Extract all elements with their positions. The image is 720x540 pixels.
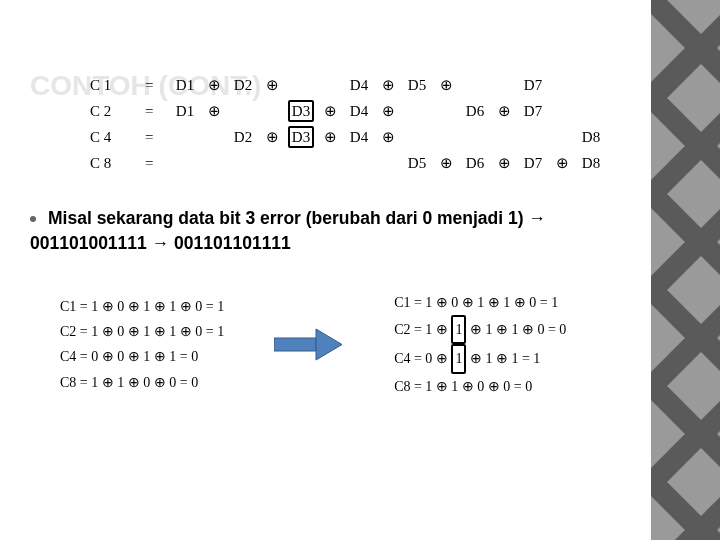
explanation-bullet: Misal sekarang data bit 3 error (berubah… xyxy=(30,206,611,255)
circled-bit: 1 xyxy=(451,344,466,373)
svg-marker-1 xyxy=(316,329,342,360)
svg-rect-0 xyxy=(274,338,316,351)
check-bit-spec: C 1 = D1 ⊕ D2 ⊕ D4 ⊕ D5 ⊕ D7 C 2 = D1 ⊕ … xyxy=(90,72,611,176)
arrow-icon xyxy=(274,327,344,362)
c4-label: C 4 xyxy=(90,129,145,146)
bullet-icon xyxy=(30,216,36,222)
side-pattern xyxy=(651,0,720,540)
c2-label: C 2 xyxy=(90,103,145,120)
circled-d3: D3 xyxy=(288,126,314,148)
calc-before: C1 = 1 ⊕ 0 ⊕ 1 ⊕ 1 ⊕ 0 = 1 C2 = 1 ⊕ 0 ⊕ … xyxy=(60,294,224,395)
calc-after: C1 = 1 ⊕ 0 ⊕ 1 ⊕ 1 ⊕ 0 = 1 C2 = 1 ⊕ 1 ⊕ … xyxy=(394,290,566,399)
circled-bit: 1 xyxy=(451,315,466,344)
c8-label: C 8 xyxy=(90,155,145,172)
circled-d3: D3 xyxy=(288,100,314,122)
c1-label: C 1 xyxy=(90,77,145,94)
